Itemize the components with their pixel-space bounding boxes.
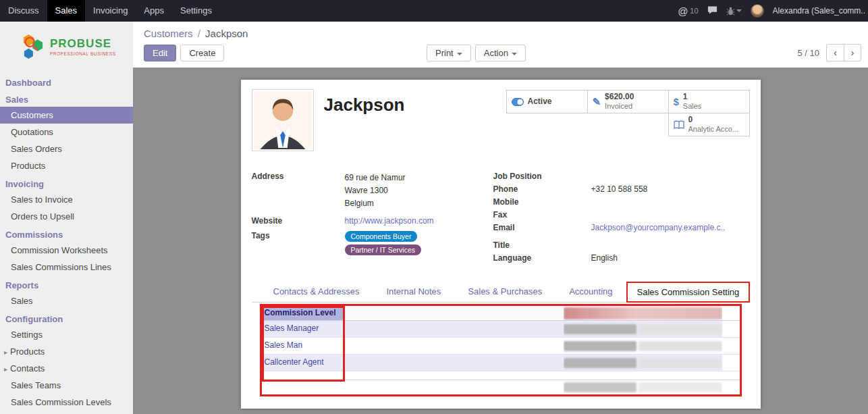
sidebar-item-sales-orders[interactable]: Sales Orders — [0, 140, 133, 157]
commission-table: Commission Level Sales Manager Sales Man — [260, 304, 742, 396]
page-title: Jackpson — [324, 95, 405, 154]
redacted-header-highlight — [564, 307, 722, 319]
action-dropdown[interactable]: Action — [475, 45, 526, 61]
tab-sales-purchases[interactable]: Sales & Purchases — [454, 281, 555, 302]
tags-label: Tags — [252, 231, 345, 258]
menu-discuss[interactable]: Discuss — [0, 0, 47, 22]
bug-icon[interactable] — [726, 7, 742, 16]
sidebar-item-sales-teams[interactable]: Sales Teams — [0, 377, 133, 394]
notebook-tabs: Contacts & Addresses Internal Notes Sale… — [252, 281, 750, 303]
phone-label: Phone — [493, 184, 591, 196]
redacted-value — [564, 324, 636, 334]
sidebar-item-settings[interactable]: Settings — [0, 326, 133, 343]
sidebar-item-config-products[interactable]: ▸Products — [0, 343, 133, 360]
tab-contacts-addresses[interactable]: Contacts & Addresses — [260, 281, 373, 302]
redacted-value — [564, 382, 636, 392]
table-row[interactable]: Callcenter Agent — [262, 355, 740, 371]
website-label: Website — [252, 216, 345, 228]
sidebar-header-commissions: Commissions — [0, 225, 133, 242]
sidebar-item-quotations[interactable]: Quotations — [0, 124, 133, 140]
toggle-on-icon — [512, 98, 524, 106]
breadcrumb-current: Jackpson — [205, 28, 248, 39]
sidebar-header-reports: Reports — [0, 276, 133, 292]
sidebar-item-sales-report[interactable]: Sales — [0, 292, 133, 309]
mentions-button[interactable]: @ 10 — [678, 5, 698, 17]
sidebar-item-sales-commission-levels[interactable]: Sales Commission Levels — [0, 394, 133, 411]
edit-button[interactable]: Edit — [144, 45, 176, 61]
chevron-down-icon — [736, 9, 742, 15]
menu-settings[interactable]: Settings — [172, 0, 220, 22]
commission-level-cell: Sales Man — [262, 338, 343, 354]
sidebar-item-sales-commissions-lines[interactable]: Sales Commissions Lines — [0, 259, 133, 276]
customer-photo[interactable] — [252, 89, 314, 151]
website-link[interactable]: http://www.jackpson.com — [345, 216, 434, 228]
pager-count: 5 / 10 — [797, 48, 819, 58]
at-icon: @ — [678, 5, 688, 17]
sidebar-header-dashboard: Dashboard — [0, 73, 133, 90]
menu-apps[interactable]: Apps — [136, 0, 172, 22]
pencil-icon: ✎ — [593, 96, 601, 108]
commission-level-cell: Sales Manager — [262, 321, 343, 337]
sidebar-item-products[interactable]: Products — [0, 157, 133, 174]
analytic-accounts-stat-button[interactable]: 0 Analytic Acco... — [668, 113, 750, 136]
control-bar: Customers / Jackpson Edit Create Print A… — [133, 22, 868, 68]
customer-form-sheet: Jackpson Active ✎ $620.00 — [241, 80, 761, 409]
fax-label: Fax — [493, 210, 591, 222]
email-link[interactable]: Jackpson@yourcompany.example.c.. — [591, 223, 726, 234]
form-background: Jackpson Active ✎ $620.00 — [133, 68, 868, 414]
sidebar-item-config-contacts[interactable]: ▸Contacts — [0, 360, 133, 377]
tab-accounting[interactable]: Accounting — [555, 281, 626, 302]
pager-next-button[interactable]: › — [844, 44, 861, 61]
tab-internal-notes[interactable]: Internal Notes — [373, 281, 454, 302]
sidebar-item-sales-to-invoice[interactable]: Sales to Invoice — [0, 191, 133, 208]
redacted-value — [639, 358, 722, 368]
commission-level-cell: Callcenter Agent — [262, 355, 343, 371]
title-label: Title — [493, 240, 591, 252]
user-avatar[interactable] — [751, 4, 764, 18]
sidebar-header-configuration: Configuration — [0, 309, 133, 326]
sidebar-item-customers[interactable]: Customers — [0, 107, 133, 124]
logo-title: PROBUSE — [50, 38, 116, 49]
username[interactable]: Alexandra (Sales_comm.. — [773, 6, 865, 16]
mobile-label: Mobile — [493, 197, 591, 209]
top-menu-bar: Discuss Sales Invoicing Apps Settings @ … — [0, 0, 868, 22]
language-label: Language — [493, 253, 591, 265]
table-row[interactable]: Sales Manager — [262, 321, 740, 338]
mention-count: 10 — [690, 7, 698, 15]
menu-invoicing[interactable]: Invoicing — [85, 0, 136, 22]
commission-table-header-row: Commission Level — [262, 306, 740, 321]
sidebar-item-orders-to-upsell[interactable]: Orders to Upsell — [0, 208, 133, 225]
probuse-logo: PROBUSE PROFESSIONAL BUSINESS — [0, 22, 133, 69]
expand-arrow-icon: ▸ — [4, 365, 7, 373]
address-value: 69 rue de Namur Wavre 1300 Belgium — [345, 172, 406, 210]
sidebar-nav: Dashboard Sales Customers Quotations Sal… — [0, 69, 133, 411]
sidebar-item-commission-worksheets[interactable]: Commission Worksheets — [0, 242, 133, 259]
tab-sales-commission-setting[interactable]: Sales Commission Setting — [626, 282, 751, 303]
commission-level-header[interactable]: Commission Level — [262, 306, 343, 320]
active-toggle-button[interactable]: Active — [506, 90, 588, 113]
redacted-value — [639, 341, 722, 351]
chat-icon[interactable] — [707, 5, 717, 17]
empty-table-row — [262, 380, 740, 394]
chevron-down-icon — [512, 53, 517, 58]
invoiced-stat-button[interactable]: ✎ $620.00 Invoiced — [587, 90, 669, 113]
sales-stat-button[interactable]: $ 1 Sales — [668, 90, 750, 113]
redacted-value — [564, 358, 636, 368]
pager-previous-button[interactable]: ‹ — [826, 44, 844, 61]
create-button[interactable]: Create — [180, 45, 224, 61]
chevron-down-icon — [457, 53, 462, 58]
stat-buttons: Active ✎ $620.00 Invoiced — [507, 90, 750, 136]
book-icon — [674, 120, 684, 130]
logo-hexagons-icon — [20, 32, 46, 61]
dollar-icon: $ — [674, 96, 679, 107]
menu-sales[interactable]: Sales — [47, 0, 86, 22]
breadcrumb-customers[interactable]: Customers — [144, 28, 193, 39]
print-dropdown[interactable]: Print — [427, 45, 471, 61]
sidebar-header-sales: Sales — [0, 90, 133, 107]
redacted-value — [564, 341, 636, 351]
job-position-label: Job Position — [493, 172, 591, 183]
table-row[interactable]: Sales Man — [262, 338, 740, 355]
expand-arrow-icon: ▸ — [4, 348, 7, 356]
sidebar: PROBUSE PROFESSIONAL BUSINESS Dashboard … — [0, 22, 133, 414]
tag-components-buyer: Components Buyer — [345, 231, 418, 242]
